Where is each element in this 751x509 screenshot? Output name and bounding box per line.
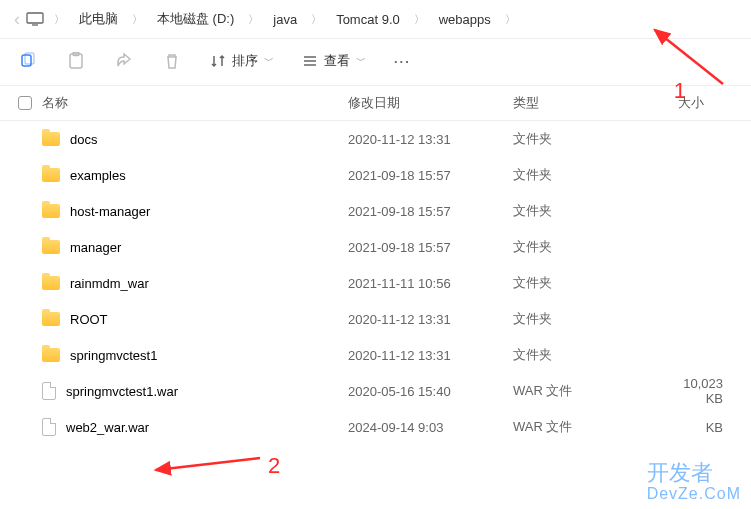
file-type: 文件夹 <box>513 202 678 220</box>
folder-icon <box>42 168 60 182</box>
file-modified: 2021-09-18 15:57 <box>348 204 513 219</box>
file-type: 文件夹 <box>513 238 678 256</box>
file-name: springmvctest1.war <box>66 384 178 399</box>
more-button[interactable]: ··· <box>394 54 411 69</box>
table-row[interactable]: manager2021-09-18 15:57文件夹 <box>18 229 751 265</box>
folder-icon <box>42 348 60 362</box>
watermark: 开发者 DevZe.CoM <box>647 461 741 503</box>
table-row[interactable]: springmvctest1.war2020-05-16 15:40WAR 文件… <box>18 373 751 409</box>
chevron-right-icon: 〉 <box>46 12 73 27</box>
folder-icon <box>42 240 60 254</box>
file-size: 10,023 KB <box>678 376 751 406</box>
chevron-right-icon: 〉 <box>303 12 330 27</box>
file-modified: 2020-11-12 13:31 <box>348 348 513 363</box>
toolbar: 排序 ﹀ 查看 ﹀ ··· <box>0 39 751 86</box>
watermark-line2: DevZe.CoM <box>647 485 741 503</box>
folder-icon <box>42 204 60 218</box>
file-modified: 2021-09-18 15:57 <box>348 240 513 255</box>
file-name: ROOT <box>70 312 108 327</box>
file-modified: 2021-11-11 10:56 <box>348 276 513 291</box>
file-name: examples <box>70 168 126 183</box>
file-type: 文件夹 <box>513 166 678 184</box>
annotation-2: 2 <box>268 453 280 479</box>
file-type: WAR 文件 <box>513 418 678 436</box>
table-row[interactable]: rainmdm_war2021-11-11 10:56文件夹 <box>18 265 751 301</box>
table-row[interactable]: host-manager2021-09-18 15:57文件夹 <box>18 193 751 229</box>
select-all-checkbox[interactable] <box>18 96 32 110</box>
share-icon[interactable] <box>114 51 134 71</box>
file-type: 文件夹 <box>513 130 678 148</box>
file-name: rainmdm_war <box>70 276 149 291</box>
table-row[interactable]: web2_war.war2024-09-14 9:03WAR 文件KB <box>18 409 751 445</box>
file-name: web2_war.war <box>66 420 149 435</box>
chevron-right-icon: 〉 <box>406 12 433 27</box>
file-type: 文件夹 <box>513 310 678 328</box>
table-row[interactable]: springmvctest12020-11-12 13:31文件夹 <box>18 337 751 373</box>
monitor-icon[interactable] <box>26 12 44 26</box>
nav-back-icon[interactable]: ‹ <box>10 9 24 30</box>
watermark-line1: 开发者 <box>647 461 741 485</box>
sort-button[interactable]: 排序 ﹀ <box>210 52 274 70</box>
file-icon <box>42 382 56 400</box>
svg-line-10 <box>156 458 260 470</box>
table-row[interactable]: ROOT2020-11-12 13:31文件夹 <box>18 301 751 337</box>
column-type-header[interactable]: 类型 <box>513 94 678 112</box>
table-row[interactable]: examples2021-09-18 15:57文件夹 <box>18 157 751 193</box>
chevron-right-icon: 〉 <box>240 12 267 27</box>
file-modified: 2021-09-18 15:57 <box>348 168 513 183</box>
breadcrumb-item-current[interactable]: webapps <box>435 10 495 29</box>
file-size: KB <box>678 420 751 435</box>
chevron-down-icon: ﹀ <box>356 54 366 68</box>
file-type: 文件夹 <box>513 274 678 292</box>
file-modified: 2020-11-12 13:31 <box>348 312 513 327</box>
file-name: springmvctest1 <box>70 348 157 363</box>
file-icon <box>42 418 56 436</box>
folder-icon <box>42 132 60 146</box>
chevron-right-icon: 〉 <box>497 12 524 27</box>
file-list: docs2020-11-12 13:31文件夹examples2021-09-1… <box>0 121 751 445</box>
chevron-down-icon: ﹀ <box>264 54 274 68</box>
column-name-header[interactable]: 名称 <box>42 94 68 112</box>
breadcrumb-bar: ‹ 〉 此电脑 〉 本地磁盘 (D:) 〉 java 〉 Tomcat 9.0 … <box>0 0 751 39</box>
paste-icon[interactable] <box>66 51 86 71</box>
delete-icon[interactable] <box>162 51 182 71</box>
column-size-header[interactable]: 大小 <box>678 94 751 112</box>
file-modified: 2020-11-12 13:31 <box>348 132 513 147</box>
table-row[interactable]: docs2020-11-12 13:31文件夹 <box>18 121 751 157</box>
sort-label: 排序 <box>232 52 258 70</box>
file-modified: 2024-09-14 9:03 <box>348 420 513 435</box>
file-name: host-manager <box>70 204 150 219</box>
column-headers: 名称 修改日期 类型 大小 <box>0 86 751 121</box>
file-type: WAR 文件 <box>513 382 678 400</box>
file-name: manager <box>70 240 121 255</box>
breadcrumb-item[interactable]: java <box>269 10 301 29</box>
column-modified-header[interactable]: 修改日期 <box>348 94 513 112</box>
copy-icon[interactable] <box>18 51 38 71</box>
breadcrumb-item[interactable]: Tomcat 9.0 <box>332 10 404 29</box>
chevron-right-icon: 〉 <box>124 12 151 27</box>
file-type: 文件夹 <box>513 346 678 364</box>
folder-icon <box>42 312 60 326</box>
breadcrumb-item[interactable]: 本地磁盘 (D:) <box>153 8 238 30</box>
file-name: docs <box>70 132 97 147</box>
folder-icon <box>42 276 60 290</box>
view-button[interactable]: 查看 ﹀ <box>302 52 366 70</box>
view-label: 查看 <box>324 52 350 70</box>
svg-rect-0 <box>27 13 43 23</box>
arrow-annotation-2 <box>150 452 265 476</box>
file-modified: 2020-05-16 15:40 <box>348 384 513 399</box>
breadcrumb-item[interactable]: 此电脑 <box>75 8 122 30</box>
